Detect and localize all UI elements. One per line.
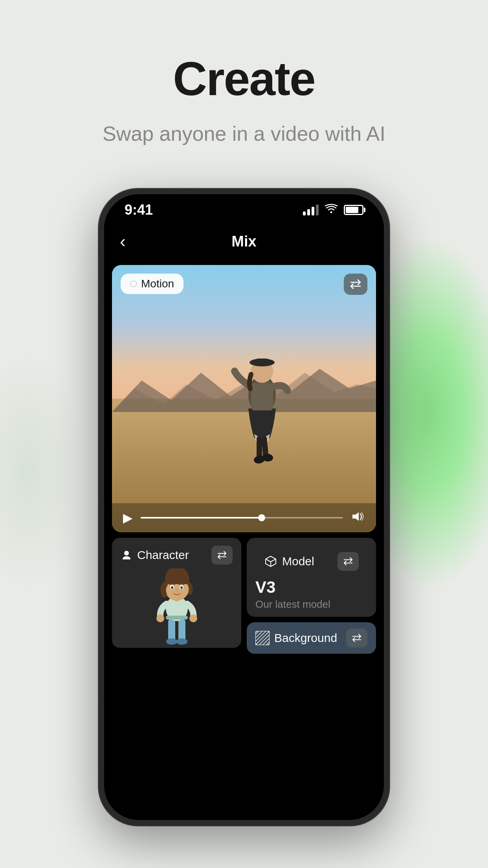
svg-point-12 [124,551,129,555]
battery-icon [344,205,363,215]
page-subtitle: Swap anyone in a video with AI [0,122,488,145]
model-swap-icon [343,557,354,566]
model-label-group: Model [264,555,314,568]
character-label-group: Character [121,548,189,562]
svg-point-19 [189,614,197,622]
signal-icon [303,204,319,215]
background-label: Background [274,631,337,645]
top-section: Create Swap anyone in a video with AI [0,55,488,145]
svg-point-28 [175,589,178,592]
status-icons [303,204,363,217]
volume-button[interactable] [351,511,365,525]
status-bar: 9:41 [104,194,384,226]
model-description: Our latest model [255,598,367,611]
svg-point-0 [330,211,332,213]
svg-point-26 [172,587,173,588]
background-hatch-icon [255,631,270,645]
page-title: Create [0,55,488,102]
person-figure [223,332,301,465]
video-player[interactable]: Motion ▶ [112,265,376,532]
phone-screen: 9:41 [104,194,384,820]
character-swap-button[interactable] [211,546,233,565]
bg-blob-left [0,354,86,590]
background-swap-button[interactable] [346,629,367,647]
volume-icon [351,511,365,522]
svg-point-16 [176,638,187,645]
right-panels: Model V3 Our latest model [247,538,376,648]
phone-mockup: 9:41 [99,189,389,826]
svg-line-34 [255,631,270,645]
motion-dot [130,280,137,287]
progress-thumb [258,514,265,521]
nav-bar: ‹ Mix [104,226,384,257]
status-time: 9:41 [125,202,153,218]
svg-line-32 [255,631,262,638]
character-swap-icon [216,551,227,559]
progress-fill [141,517,262,519]
back-button[interactable]: ‹ [120,232,126,251]
model-panel[interactable]: Model V3 Our latest model [247,538,376,617]
background-swap-icon [351,634,362,642]
progress-bar[interactable] [141,517,343,519]
motion-badge: Motion [121,274,183,294]
play-button[interactable]: ▶ [123,510,133,525]
character-3d-svg [145,568,208,648]
svg-rect-29 [166,616,188,620]
model-swap-button[interactable] [338,552,359,571]
phone-outer: 9:41 [99,189,389,826]
nav-title: Mix [231,233,256,250]
wifi-icon [325,204,338,217]
character-person-icon [121,549,132,561]
video-swap-button[interactable] [344,274,367,295]
svg-point-27 [181,587,182,588]
character-panel[interactable]: Character [112,538,241,648]
background-label-group: Background [255,631,337,645]
model-cube-icon [264,555,277,568]
video-controls: ▶ [112,503,376,532]
bottom-panels: Character [112,538,376,648]
character-panel-header: Character [112,538,241,568]
character-3d-figure [112,568,241,648]
swap-icon [349,279,362,289]
motion-label: Motion [141,278,174,290]
character-label: Character [137,548,189,562]
svg-point-18 [156,614,164,622]
model-label: Model [282,555,314,568]
background-panel[interactable]: Background [247,622,376,654]
svg-line-36 [262,638,270,645]
svg-point-15 [166,638,177,645]
model-version: V3 [255,578,367,597]
model-panel-header: Model [255,544,367,575]
svg-rect-7 [255,359,269,365]
